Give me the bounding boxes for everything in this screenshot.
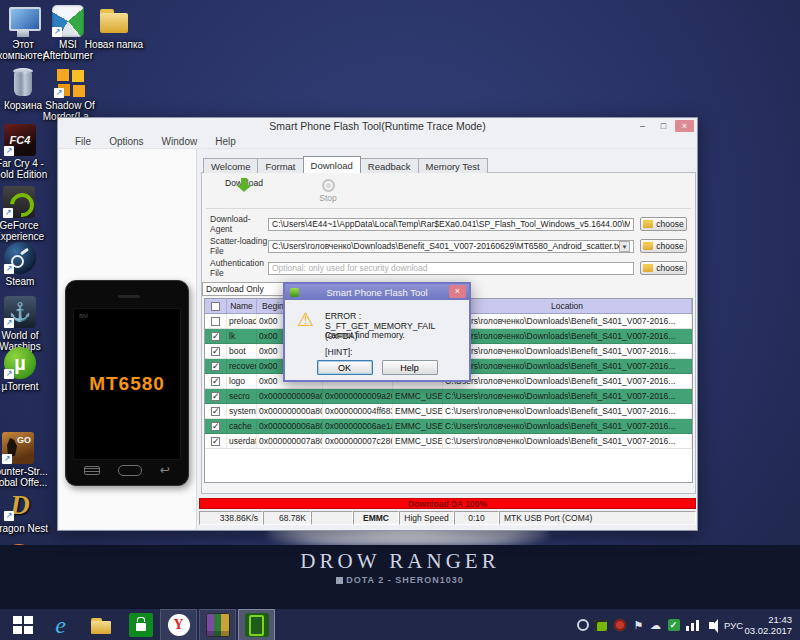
desktop-icon-image <box>7 5 39 37</box>
security-shield[interactable]: ✓ <box>665 609 682 640</box>
window-titlebar[interactable]: Smart Phone Flash Tool(Runtime Trace Mod… <box>58 118 697 134</box>
volume[interactable] <box>703 609 720 640</box>
antivirus-tray[interactable] <box>611 609 628 640</box>
dialog-close-icon[interactable]: × <box>449 285 466 298</box>
minimize-button[interactable]: – <box>633 120 652 132</box>
tray-icon-glyph <box>709 622 714 629</box>
desktop-icon-label: Far Cry 4 - Gold Edition <box>0 158 52 180</box>
sp-flash-tool[interactable] <box>238 609 275 640</box>
geforce-experience[interactable]: GeForce Experience <box>0 186 51 242</box>
far-cry-4[interactable]: FC4 Far Cry 4 - Gold Edition <box>0 124 52 180</box>
begin-address: 0x000000007a800000 <box>257 434 323 448</box>
download-agent-choose-button[interactable]: choose <box>640 217 687 231</box>
action-center-flag[interactable]: ⚑ <box>630 609 647 640</box>
world-of-warships[interactable]: ⚓ World of Warships <box>0 296 52 352</box>
yandex-browser[interactable]: Y <box>160 609 197 640</box>
language-indicator[interactable]: РУС <box>724 609 743 640</box>
windows-store[interactable] <box>122 609 159 640</box>
select-all-checkbox[interactable] <box>211 302 220 311</box>
close-button[interactable]: × <box>675 120 694 132</box>
end-address: 0x0000000009a20fff <box>323 389 393 403</box>
begin-address: 0x000000000a800000 <box>257 404 323 418</box>
counter-strike-go[interactable]: GO Counter-Str... Global Offe... <box>0 432 50 488</box>
row-checkbox[interactable] <box>211 377 220 386</box>
cloud-onedrive[interactable]: ☁ <box>647 609 664 640</box>
desktop-icon-image: D <box>4 489 36 521</box>
partition-name: system <box>227 404 257 418</box>
desktop-icon-label: Новая папка <box>82 39 146 50</box>
desktop-icon-image: GO <box>2 432 34 464</box>
tray-icon-glyph <box>577 619 589 631</box>
ok-button[interactable]: OK <box>317 360 373 375</box>
dragon-nest[interactable]: D Dragon Nest <box>0 489 52 534</box>
table-row[interactable]: secro 0x0000000009a00000 0x0000000009a20… <box>205 389 692 404</box>
status-cell: 68.78K <box>263 511 311 525</box>
wallpaper-hero-subtitle: DOTA 2 - SHERON1030 <box>0 575 800 585</box>
tab[interactable]: Format <box>257 158 303 173</box>
desktop-icon-image: ⚓ <box>4 296 36 328</box>
tray-icon-glyph: ⚑ <box>634 619 644 632</box>
status-cell: 0:10 <box>454 511 499 525</box>
shortcut-arrow-icon <box>3 208 13 218</box>
row-checkbox[interactable] <box>211 332 220 341</box>
auth-file-label: Authentication File <box>210 258 268 278</box>
scatter-choose-button[interactable]: choose <box>640 239 687 253</box>
internet-explorer[interactable]: e <box>42 609 79 640</box>
file-location: C:\Users\головченко\Downloads\Benefit_S4… <box>443 344 692 358</box>
row-checkbox[interactable] <box>211 362 220 371</box>
row-checkbox[interactable] <box>211 392 220 401</box>
file-location: C:\Users\головченко\Downloads\Benefit_S4… <box>443 359 692 373</box>
tab[interactable]: Readback <box>360 158 419 173</box>
tab[interactable]: Welcome <box>203 158 258 173</box>
taskbar-app-icon <box>11 613 35 637</box>
clock[interactable]: 21:43 03.02.2017 <box>748 609 792 640</box>
row-checkbox[interactable] <box>211 407 220 416</box>
scatter-file-combo[interactable]: C:\Users\головченко\Downloads\Benefit_S4… <box>268 240 634 253</box>
begin-address: 0x0000000009a00000 <box>257 389 323 403</box>
shortcut-arrow-icon <box>4 318 14 328</box>
table-row[interactable]: userdata 0x000000007a800000 0x000000007c… <box>205 434 692 449</box>
steam[interactable]: Steam <box>0 242 52 287</box>
steam-tray[interactable] <box>574 609 591 640</box>
nvidia-tray[interactable] <box>592 609 609 640</box>
shortcut-arrow-icon <box>4 264 14 274</box>
download-button[interactable]: Download <box>214 177 274 188</box>
tray-icon-glyph: ✓ <box>668 619 680 631</box>
row-checkbox[interactable] <box>211 437 220 446</box>
tab[interactable]: Memory Test <box>418 158 488 173</box>
wallpaper-hero-title: DROW RANGER <box>0 549 800 574</box>
dialog-titlebar[interactable]: Smart Phone Flash Tool × <box>285 284 469 300</box>
desktop-icon-image <box>3 186 35 218</box>
partition-name: preloader <box>227 314 257 328</box>
taskbar-app-icon <box>129 613 153 637</box>
help-button[interactable]: Help <box>382 360 438 375</box>
auth-choose-button[interactable]: choose <box>640 261 687 275</box>
auth-file-field[interactable] <box>268 262 634 275</box>
file-explorer[interactable] <box>82 609 119 640</box>
winrar[interactable] <box>199 609 236 640</box>
menu-item[interactable]: Window <box>153 136 207 147</box>
maximize-button[interactable]: □ <box>654 120 673 132</box>
start-button[interactable] <box>4 609 41 640</box>
wallpaper-hero-band: DROW RANGER DOTA 2 - SHERON1030 <box>0 545 800 608</box>
row-checkbox[interactable] <box>211 422 220 431</box>
status-cell: EMMC <box>353 511 399 525</box>
menu-item[interactable]: Options <box>100 136 152 147</box>
partition-name: lk <box>227 329 257 343</box>
table-row[interactable]: system 0x000000000a800000 0x000000004ff6… <box>205 404 692 419</box>
desktop-icon-label: Counter-Str... Global Offe... <box>0 466 50 488</box>
stop-button[interactable]: Stop <box>298 177 358 203</box>
shortcut-arrow-icon <box>4 146 14 156</box>
chevron-down-icon[interactable]: ▼ <box>619 241 630 252</box>
table-row[interactable]: cache 0x000000006a800000 0x000000006ae1a… <box>205 419 692 434</box>
shadow-of-mordor[interactable]: Shadow Of Mordor(La... <box>38 66 102 122</box>
new-folder[interactable]: Новая папка <box>82 5 146 50</box>
tab[interactable]: Download <box>303 156 361 173</box>
row-checkbox[interactable] <box>211 317 220 326</box>
menu-item[interactable]: File <box>66 136 100 147</box>
row-checkbox[interactable] <box>211 347 220 356</box>
menu-item[interactable]: Help <box>206 136 245 147</box>
download-agent-field[interactable] <box>268 218 634 231</box>
network[interactable] <box>684 609 701 640</box>
utorrent[interactable]: µ µTorrent <box>0 347 52 392</box>
